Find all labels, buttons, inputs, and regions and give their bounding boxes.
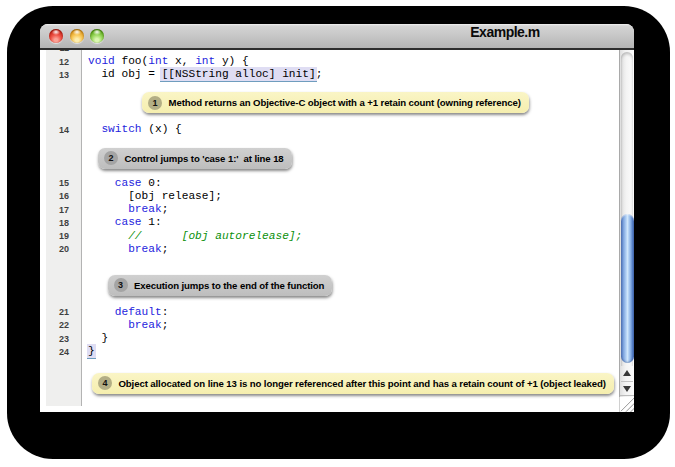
code-line-18: 18 case 1: xyxy=(40,216,600,229)
code-text: // [obj autorelease]; xyxy=(88,230,302,243)
code-token: : xyxy=(162,306,169,318)
highlighted-range: [[NSString alloc] init] xyxy=(160,67,317,82)
code-text: break; xyxy=(88,319,168,332)
line-number: 20 xyxy=(40,243,69,256)
code-line-12: 12void foo(int x, int y) { xyxy=(40,55,600,68)
analyzer-bubble-2[interactable]: 2 Control jumps to 'case 1:' at line 18 xyxy=(98,148,292,169)
code-line-23: 23 } xyxy=(40,332,600,345)
comment-token: // [obj autorelease]; xyxy=(128,230,302,242)
code-line-15: 15 case 0: xyxy=(40,177,600,190)
line-number: 21 xyxy=(40,306,69,319)
code-token: [obj release]; xyxy=(88,190,222,202)
desktop-background: Example.m 1112void foo(int x, int y) {13… xyxy=(0,0,675,467)
keyword-token: int xyxy=(195,55,215,67)
code-text: case 0: xyxy=(88,177,162,190)
code-token xyxy=(88,177,115,189)
code-text: id obj = [[NSString alloc] init]; xyxy=(88,68,322,81)
minimize-button[interactable] xyxy=(70,29,84,43)
line-number: 12 xyxy=(40,56,69,69)
keyword-token: case xyxy=(115,216,142,228)
scrollbar-arrow-buttons xyxy=(620,366,634,396)
highlighted-range: } xyxy=(87,344,97,359)
code-token: x, xyxy=(168,55,195,67)
bubble-text: Execution jumps to the end of the functi… xyxy=(134,280,324,291)
code-line-20: 20 break; xyxy=(40,243,600,256)
code-token: ; xyxy=(162,203,169,215)
code-token: y) { xyxy=(215,55,248,67)
line-number: 14 xyxy=(40,124,69,137)
vertical-scrollbar[interactable] xyxy=(619,50,634,412)
resize-grip-icon[interactable] xyxy=(619,397,634,412)
code-token xyxy=(88,243,128,255)
keyword-token: switch xyxy=(101,123,141,135)
code-token: foo( xyxy=(115,55,148,67)
code-token: ; xyxy=(162,319,169,331)
code-line-17: 17 break; xyxy=(40,203,600,216)
code-token xyxy=(88,306,115,318)
code-line-19: 19 // [obj autorelease]; xyxy=(40,230,600,243)
code-token xyxy=(88,230,128,242)
code-token: 1: xyxy=(142,216,162,228)
code-line-24: 24} xyxy=(40,345,600,358)
scroll-up-icon[interactable] xyxy=(623,370,631,376)
traffic-lights xyxy=(49,24,104,48)
code-text: default: xyxy=(88,306,168,319)
line-number: 15 xyxy=(40,177,69,190)
code-text: } xyxy=(88,345,95,358)
analyzer-bubble-3[interactable]: 3 Execution jumps to the end of the func… xyxy=(108,275,333,296)
bubble-text: Control jumps to 'case 1:' at line 18 xyxy=(125,153,284,164)
code-token: id obj = xyxy=(88,68,162,80)
line-number: 16 xyxy=(40,190,69,203)
keyword-token: default xyxy=(115,306,162,318)
scrollbar-thumb[interactable] xyxy=(621,214,635,363)
code-text: break; xyxy=(88,203,168,216)
line-number: 24 xyxy=(40,346,69,359)
code-token: 0: xyxy=(142,177,162,189)
code-token xyxy=(88,216,115,228)
code-token xyxy=(88,319,128,331)
arrow-separator xyxy=(621,381,633,382)
line-number: 18 xyxy=(40,217,69,230)
keyword-token: int xyxy=(148,55,168,67)
step-badge: 4 xyxy=(98,376,112,390)
line-number: 23 xyxy=(40,333,69,346)
titlebar[interactable]: Example.m xyxy=(40,24,634,50)
step-badge: 3 xyxy=(114,278,128,292)
keyword-token: break xyxy=(128,243,161,255)
analyzer-bubble-1[interactable]: 1 Method returns an Objective-C object w… xyxy=(142,92,529,113)
code-text: switch (x) { xyxy=(88,123,182,136)
code-line-22: 22 break; xyxy=(40,319,600,332)
editor-content: 1112void foo(int x, int y) {13 id obj = … xyxy=(40,50,634,412)
code-line-14: 14 switch (x) { xyxy=(40,123,600,136)
zoom-button[interactable] xyxy=(90,29,104,43)
analyzer-bubble-4[interactable]: 4 Object allocated on line 13 is no long… xyxy=(92,373,614,394)
code-line-11: 11 xyxy=(40,50,600,55)
code-token: } xyxy=(88,332,108,344)
line-number: 13 xyxy=(40,69,69,82)
keyword-token: break xyxy=(128,319,161,331)
code-text: case 1: xyxy=(88,216,162,229)
code-line-16: 16 [obj release]; xyxy=(40,190,600,203)
step-badge: 1 xyxy=(148,96,162,110)
bubble-text: Object allocated on line 13 is no longer… xyxy=(119,378,606,389)
close-button[interactable] xyxy=(49,29,63,43)
scroll-down-icon[interactable] xyxy=(623,386,631,392)
code-line-13: 13 id obj = [[NSString alloc] init]; xyxy=(40,68,600,81)
step-badge: 2 xyxy=(104,151,118,165)
keyword-token: break xyxy=(128,203,161,215)
code-token: ; xyxy=(162,243,169,255)
code-line-21: 21 default: xyxy=(40,306,600,319)
code-text: break; xyxy=(88,243,168,256)
code-token xyxy=(88,123,101,135)
code-token: (x) { xyxy=(142,123,182,135)
window-example-m: Example.m 1112void foo(int x, int y) {13… xyxy=(40,24,634,412)
window-title: Example.m xyxy=(470,24,539,40)
bubble-text: Method returns an Objective-C object wit… xyxy=(169,97,521,108)
keyword-token: case xyxy=(115,177,142,189)
code-token: ; xyxy=(316,68,323,80)
line-number: 17 xyxy=(40,204,69,217)
code-token xyxy=(88,203,128,215)
line-number: 22 xyxy=(40,319,69,332)
line-number: 19 xyxy=(40,230,69,243)
code-text: [obj release]; xyxy=(88,190,222,203)
